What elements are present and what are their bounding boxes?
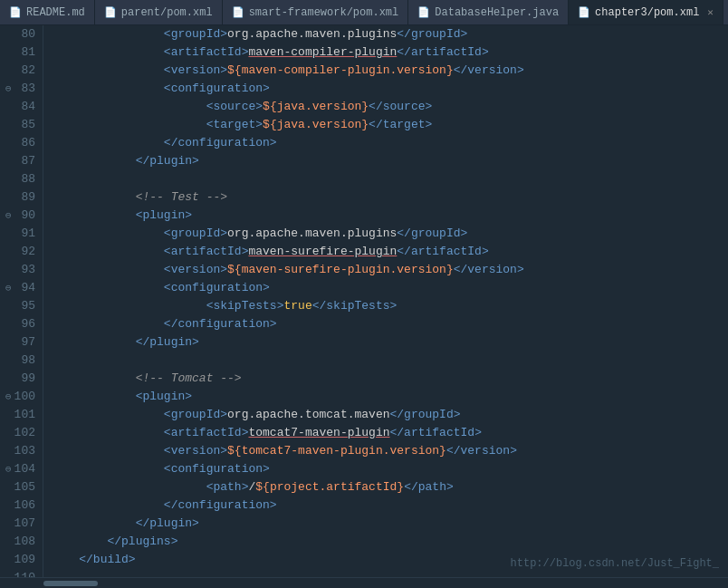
horizontal-scrollbar[interactable] [0, 577, 728, 588]
ln-87: 87 [7, 152, 35, 170]
code-line-82: <version>${maven-compiler-plugin.version… [51, 62, 728, 80]
tab-database-helper[interactable]: 📄 DatabaseHelper.java [408, 0, 569, 24]
code-line-93: <version>${maven-surefire-plugin.version… [51, 261, 728, 279]
code-line-85: <target>${java.version}</target> [51, 116, 728, 134]
code-line-104: <configuration> [51, 460, 728, 478]
code-line-108: </plugins> [51, 533, 728, 551]
code-line-88 [51, 170, 728, 188]
tab-close-chapter3[interactable]: ✕ [707, 6, 714, 18]
code-line-81: <artifactId>maven-compiler-plugin</artif… [51, 43, 728, 62]
ln-82: 82 [7, 62, 35, 80]
ln-95: 95 [7, 297, 35, 315]
tab-label-smart-pom: smart-framework/pom.xml [249, 6, 399, 19]
ln-80: 80 [7, 25, 35, 43]
ln-105: 105 [7, 478, 35, 496]
code-line-90: <plugin> [51, 207, 728, 225]
ln-84: 84 [7, 98, 35, 116]
ln-94: 94⊖ [7, 279, 35, 297]
code-line-96: </configuration> [51, 315, 728, 333]
ln-109: 109 [7, 551, 35, 569]
editor-container: 📄 README.md 📄 parent/pom.xml 📄 smart-fra… [0, 0, 728, 588]
ln-102: 102 [7, 424, 35, 442]
code-line-99: <!-- Tomcat --> [51, 370, 728, 388]
code-line-87: </plugin> [51, 152, 728, 170]
ln-97: 97 [7, 333, 35, 352]
ln-93: 93 [7, 261, 35, 279]
tab-readme[interactable]: 📄 README.md [0, 0, 95, 24]
file-icon-chapter3: 📄 [578, 6, 590, 18]
code-line-94: <configuration> [51, 279, 728, 297]
ln-90: 90⊖ [7, 207, 35, 225]
code-line-95: <skipTests>true</skipTests> [51, 297, 728, 315]
ln-91: 91 [7, 225, 35, 243]
ln-107: 107 [7, 515, 35, 533]
tab-label-parent-pom: parent/pom.xml [121, 6, 213, 19]
code-line-110 [51, 569, 728, 577]
ln-108: 108 [7, 533, 35, 551]
scroll-thumb[interactable] [43, 581, 98, 586]
tab-bar: 📄 README.md 📄 parent/pom.xml 📄 smart-fra… [0, 0, 728, 25]
code-line-105: <path>/${project.artifactId}</path> [51, 478, 728, 496]
code-line-102: <artifactId>tomcat7-maven-plugin</artifa… [51, 424, 728, 442]
ln-88: 88 [7, 170, 35, 188]
ln-85: 85 [7, 116, 35, 134]
ln-103: 103 [7, 442, 35, 460]
line-numbers: 80 81 82 83⊖ 84 85 86 87 88 89 90⊖ 91 92… [0, 25, 43, 577]
code-area: 80 81 82 83⊖ 84 85 86 87 88 89 90⊖ 91 92… [0, 25, 728, 577]
code-line-101: <groupId>org.apache.tomcat.maven</groupI… [51, 406, 728, 424]
ln-81: 81 [7, 43, 35, 62]
file-icon-smart-pom: 📄 [232, 6, 244, 18]
file-icon-readme: 📄 [9, 6, 22, 18]
ln-92: 92 [7, 243, 35, 261]
code-line-103: <version>${tomcat7-maven-plugin.version}… [51, 442, 728, 460]
ln-89: 89 [7, 188, 35, 207]
code-line-106: </configuration> [51, 496, 728, 515]
tab-label-readme: README.md [26, 6, 85, 19]
code-line-107: </plugin> [51, 515, 728, 533]
tab-label-db-helper: DatabaseHelper.java [435, 6, 559, 19]
watermark: http://blog.csdn.net/Just_Fight_ [511, 557, 719, 570]
file-icon-db-helper: 📄 [417, 6, 430, 18]
ln-100: 100⊖ [7, 388, 35, 406]
code-lines: <groupId>org.apache.maven.plugins</group… [51, 25, 728, 577]
code-line-98 [51, 352, 728, 370]
ln-83: 83⊖ [7, 80, 35, 98]
ln-110: 110 [7, 569, 35, 577]
code-line-83: <configuration> [51, 80, 728, 98]
tab-label-chapter3: chapter3/pom.xml [595, 6, 699, 19]
code-line-97: </plugin> [51, 333, 728, 352]
tab-smart-framework-pom[interactable]: 📄 smart-framework/pom.xml [223, 0, 409, 24]
code-line-91: <groupId>org.apache.maven.plugins</group… [51, 225, 728, 243]
ln-99: 99 [7, 370, 35, 388]
file-icon-parent-pom: 📄 [104, 6, 117, 18]
code-line-89: <!-- Test --> [51, 188, 728, 207]
code-line-92: <artifactId>maven-surefire-plugin</artif… [51, 243, 728, 261]
code-line-100: <plugin> [51, 388, 728, 406]
tab-parent-pom[interactable]: 📄 parent/pom.xml [95, 0, 223, 24]
tab-chapter3-pom[interactable]: 📄 chapter3/pom.xml ✕ [569, 0, 723, 24]
code-line-84: <source>${java.version}</source> [51, 98, 728, 116]
ln-86: 86 [7, 134, 35, 152]
ln-98: 98 [7, 352, 35, 370]
code-content[interactable]: <groupId>org.apache.maven.plugins</group… [43, 25, 728, 577]
ln-106: 106 [7, 496, 35, 515]
ln-96: 96 [7, 315, 35, 333]
ln-104: 104⊖ [7, 460, 35, 478]
code-line-80: <groupId>org.apache.maven.plugins</group… [51, 25, 728, 43]
ln-101: 101 [7, 406, 35, 424]
code-line-86: </configuration> [51, 134, 728, 152]
